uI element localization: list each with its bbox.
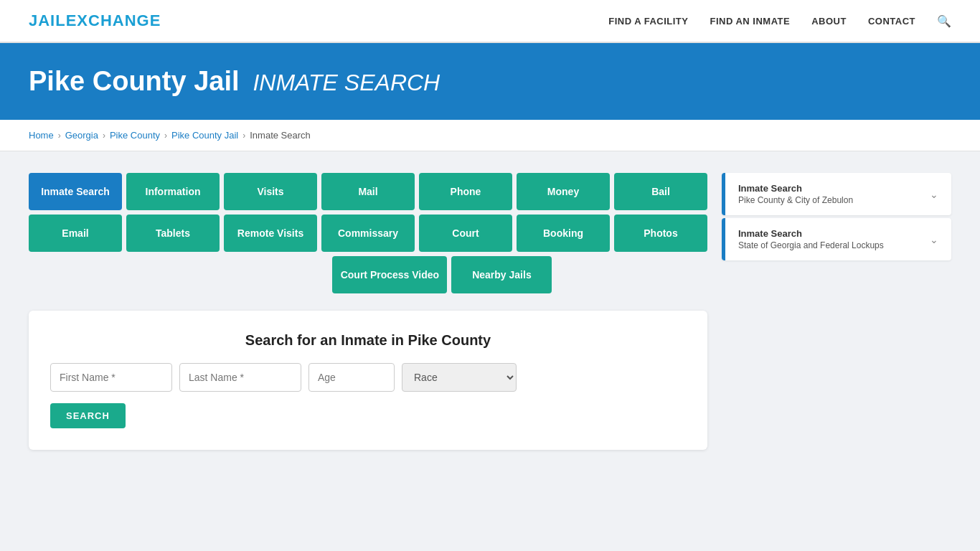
search-fields: Race White Black Hispanic Asian Other xyxy=(50,363,686,392)
main-nav: FIND A FACILITY FIND AN INMATE ABOUT CON… xyxy=(608,14,951,28)
search-icon[interactable]: 🔍 xyxy=(937,14,951,28)
search-form-container: Search for an Inmate in Pike County Race… xyxy=(29,311,707,450)
logo[interactable]: JAILEXCHANGE xyxy=(29,11,161,30)
btn-inmate-search[interactable]: Inmate Search xyxy=(29,173,122,210)
hero-subtitle: INMATE SEARCH xyxy=(253,70,440,95)
age-input[interactable] xyxy=(308,363,395,392)
chevron-down-icon-1: ⌄ xyxy=(930,189,938,200)
sidebar-card-sublabel-1: Pike County & City of Zebulon xyxy=(738,195,853,205)
sidebar-card-label-1: Inmate Search xyxy=(738,183,853,194)
breadcrumb-sep-4: › xyxy=(242,131,245,141)
last-name-input[interactable] xyxy=(179,363,301,392)
logo-jail: JAIL xyxy=(29,11,66,29)
breadcrumb-sep-2: › xyxy=(103,131,105,141)
breadcrumb: Home › Georgia › Pike County › Pike Coun… xyxy=(29,130,951,141)
chevron-down-icon-2: ⌄ xyxy=(930,234,938,245)
sidebar-card-header-2[interactable]: Inmate Search State of Georgia and Feder… xyxy=(722,218,951,260)
breadcrumb-pike-county-jail[interactable]: Pike County Jail xyxy=(171,130,238,141)
nav-contact[interactable]: CONTACT xyxy=(868,16,915,27)
breadcrumb-current: Inmate Search xyxy=(250,130,311,141)
breadcrumb-georgia[interactable]: Georgia xyxy=(65,130,98,141)
btn-phone[interactable]: Phone xyxy=(419,173,512,210)
hero-banner: Pike County Jail INMATE SEARCH xyxy=(0,43,980,120)
right-sidebar: Inmate Search Pike County & City of Zebu… xyxy=(722,173,951,263)
sidebar-card-2: Inmate Search State of Georgia and Feder… xyxy=(722,218,951,260)
main-content: Inmate Search Information Visits Mail Ph… xyxy=(0,151,980,471)
btn-email[interactable]: Email xyxy=(29,215,122,252)
first-name-input[interactable] xyxy=(50,363,172,392)
breadcrumb-home[interactable]: Home xyxy=(29,130,54,141)
nav-buttons-row1: Inmate Search Information Visits Mail Ph… xyxy=(29,173,707,210)
nav-buttons-row3: Court Process Video Nearby Jails xyxy=(29,256,707,293)
btn-nearby-jails[interactable]: Nearby Jails xyxy=(451,256,552,293)
btn-bail[interactable]: Bail xyxy=(614,173,707,210)
header: JAILEXCHANGE FIND A FACILITY FIND AN INM… xyxy=(0,0,980,43)
nav-find-facility[interactable]: FIND A FACILITY xyxy=(608,16,688,27)
nav-about[interactable]: ABOUT xyxy=(811,16,847,27)
sidebar-card-header-1[interactable]: Inmate Search Pike County & City of Zebu… xyxy=(722,173,951,215)
breadcrumb-pike-county[interactable]: Pike County xyxy=(110,130,160,141)
btn-booking[interactable]: Booking xyxy=(517,215,610,252)
sidebar-card-sublabel-2: State of Georgia and Federal Lockups xyxy=(738,240,884,250)
btn-information[interactable]: Information xyxy=(126,173,220,210)
btn-tablets[interactable]: Tablets xyxy=(126,215,220,252)
btn-mail[interactable]: Mail xyxy=(321,173,415,210)
breadcrumb-sep-1: › xyxy=(58,131,61,141)
breadcrumb-sep-3: › xyxy=(164,131,167,141)
search-button[interactable]: SEARCH xyxy=(50,403,126,428)
btn-remote-visits[interactable]: Remote Visits xyxy=(224,215,317,252)
sidebar-card-label-2: Inmate Search xyxy=(738,228,884,239)
hero-title: Pike County Jail xyxy=(29,66,240,96)
search-form-title: Search for an Inmate in Pike County xyxy=(50,332,686,349)
btn-commissary[interactable]: Commissary xyxy=(321,215,415,252)
nav-buttons-row2: Email Tablets Remote Visits Commissary C… xyxy=(29,215,707,252)
btn-court[interactable]: Court xyxy=(419,215,512,252)
race-select[interactable]: Race White Black Hispanic Asian Other xyxy=(402,363,517,392)
btn-court-process-video[interactable]: Court Process Video xyxy=(332,256,447,293)
btn-visits[interactable]: Visits xyxy=(224,173,317,210)
left-section: Inmate Search Information Visits Mail Ph… xyxy=(29,173,707,450)
breadcrumb-bar: Home › Georgia › Pike County › Pike Coun… xyxy=(0,120,980,151)
btn-money[interactable]: Money xyxy=(517,173,610,210)
logo-exchange: EXCHANGE xyxy=(66,11,161,29)
nav-find-inmate[interactable]: FIND AN INMATE xyxy=(710,16,790,27)
btn-photos[interactable]: Photos xyxy=(614,215,707,252)
sidebar-card-1: Inmate Search Pike County & City of Zebu… xyxy=(722,173,951,215)
